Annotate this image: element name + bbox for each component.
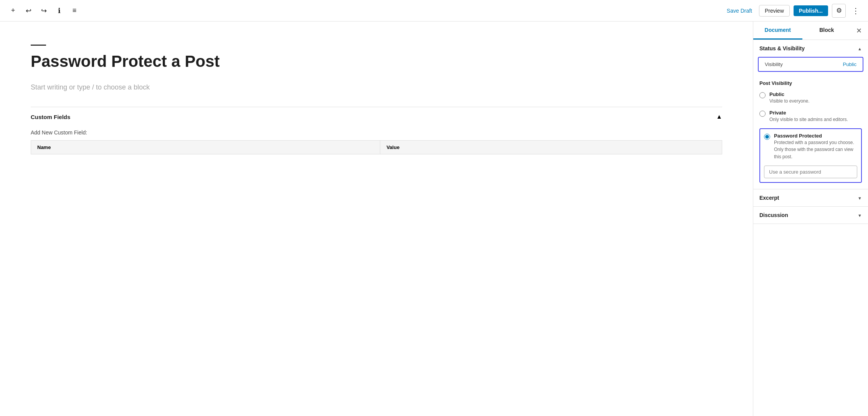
excerpt-section: Excerpt xyxy=(753,189,868,207)
add-block-button[interactable]: + xyxy=(6,4,20,18)
status-visibility-chevron xyxy=(858,45,862,51)
toolbar: + ↩ ↪ ℹ ≡ Save Draft Preview Publish... … xyxy=(0,0,868,22)
custom-fields-table: Name Value xyxy=(31,140,722,154)
visibility-option-password[interactable]: Password Protected Protected with a pass… xyxy=(764,133,857,160)
table-header-name: Name xyxy=(31,141,380,154)
visibility-private-desc: Only visible to site admins and editors. xyxy=(769,117,848,122)
toolbar-right: Save Draft Preview Publish... ⚙ ⋮ xyxy=(724,4,862,18)
add-custom-field-label: Add New Custom Field: xyxy=(31,129,722,136)
visibility-password-content: Password Protected Protected with a pass… xyxy=(774,133,857,160)
close-icon: ✕ xyxy=(856,27,862,35)
custom-fields-header[interactable]: Custom Fields ▲ xyxy=(31,107,722,126)
post-visibility-title: Post Visibility xyxy=(759,80,862,86)
visibility-private-content: Private Only visible to site admins and … xyxy=(769,110,848,123)
excerpt-title: Excerpt xyxy=(759,195,779,201)
status-visibility-title: Status & Visibility xyxy=(759,45,805,51)
discussion-chevron xyxy=(858,212,862,218)
status-visibility-header[interactable]: Status & Visibility xyxy=(753,40,868,57)
tab-block[interactable]: Block xyxy=(802,22,851,40)
visibility-password-desc: Protected with a password you choose. On… xyxy=(774,140,854,160)
visibility-public-desc: Visible to everyone. xyxy=(769,98,810,104)
visibility-radio-password[interactable] xyxy=(764,134,770,140)
undo-icon: ↩ xyxy=(26,7,31,15)
excerpt-header[interactable]: Excerpt xyxy=(753,189,868,206)
add-icon: + xyxy=(11,7,15,15)
visibility-password-label[interactable]: Password Protected xyxy=(774,133,857,139)
post-title[interactable]: Password Protect a Post xyxy=(31,52,722,71)
custom-fields-title: Custom Fields xyxy=(31,114,70,120)
more-options-button[interactable]: ⋮ xyxy=(850,5,862,17)
custom-fields-chevron-up: ▲ xyxy=(716,113,722,120)
visibility-option-private[interactable]: Private Only visible to site admins and … xyxy=(759,110,862,123)
visibility-value[interactable]: Public xyxy=(843,61,856,67)
visibility-private-label[interactable]: Private xyxy=(769,110,848,116)
discussion-title: Discussion xyxy=(759,212,788,218)
list-view-button[interactable]: ≡ xyxy=(68,4,81,18)
table-header-value: Value xyxy=(380,141,722,154)
info-icon: ℹ xyxy=(58,7,61,15)
post-visibility-panel: Post Visibility Public Visible to everyo… xyxy=(753,75,868,189)
custom-fields-body: Add New Custom Field: Name Value xyxy=(31,126,722,157)
excerpt-chevron xyxy=(858,195,862,201)
status-visibility-section: Status & Visibility Visibility Public Po… xyxy=(753,40,868,189)
sidebar-content: Status & Visibility Visibility Public Po… xyxy=(753,40,868,416)
gear-icon: ⚙ xyxy=(836,7,842,15)
visibility-radio-private[interactable] xyxy=(759,111,766,117)
list-icon: ≡ xyxy=(73,7,77,15)
visibility-option-password-box: Password Protected Protected with a pass… xyxy=(759,128,862,183)
main-layout: Password Protect a Post Start writing or… xyxy=(0,22,868,416)
visibility-label: Visibility xyxy=(765,61,783,67)
title-separator xyxy=(31,45,46,46)
visibility-radio-public[interactable] xyxy=(759,92,766,98)
sidebar-close-button[interactable]: ✕ xyxy=(851,23,866,38)
visibility-public-label[interactable]: Public xyxy=(769,91,810,97)
redo-button[interactable]: ↪ xyxy=(37,4,51,18)
discussion-section: Discussion xyxy=(753,207,868,224)
editor-placeholder[interactable]: Start writing or type / to choose a bloc… xyxy=(31,83,722,91)
password-input[interactable] xyxy=(764,166,857,178)
preview-button[interactable]: Preview xyxy=(759,5,790,17)
undo-button[interactable]: ↩ xyxy=(21,4,35,18)
sidebar: Document Block ✕ Status & Visibility Vis… xyxy=(753,22,868,416)
visibility-option-public[interactable]: Public Visible to everyone. xyxy=(759,91,862,104)
save-draft-button[interactable]: Save Draft xyxy=(724,5,755,16)
visibility-public-content: Public Visible to everyone. xyxy=(769,91,810,104)
custom-fields-section: Custom Fields ▲ Add New Custom Field: Na… xyxy=(31,107,722,157)
settings-button[interactable]: ⚙ xyxy=(832,4,846,18)
editor-area[interactable]: Password Protect a Post Start writing or… xyxy=(0,22,753,416)
visibility-row[interactable]: Visibility Public xyxy=(758,57,863,72)
redo-icon: ↪ xyxy=(41,7,47,15)
tab-document[interactable]: Document xyxy=(753,22,802,40)
ellipsis-icon: ⋮ xyxy=(852,7,860,15)
toolbar-left: + ↩ ↪ ℹ ≡ xyxy=(6,4,721,18)
publish-button[interactable]: Publish... xyxy=(794,5,828,16)
sidebar-header: Document Block ✕ xyxy=(753,22,868,40)
discussion-header[interactable]: Discussion xyxy=(753,207,868,224)
info-button[interactable]: ℹ xyxy=(52,4,66,18)
